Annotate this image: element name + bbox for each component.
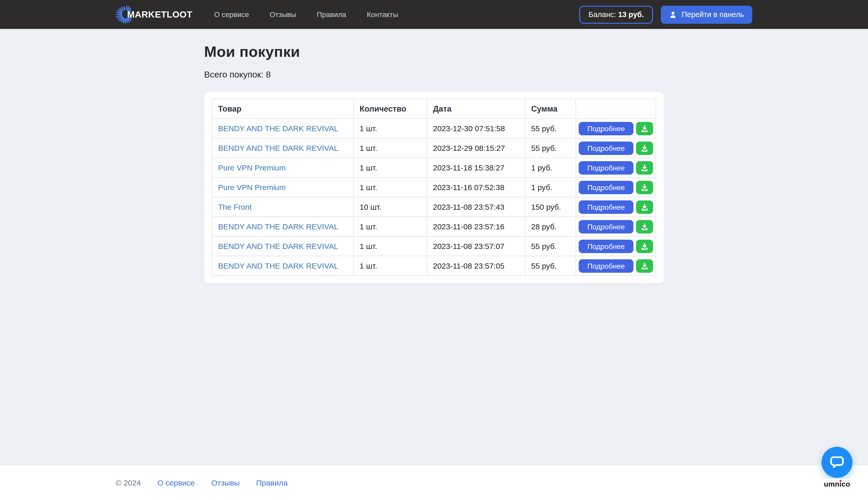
product-cell: Pure VPN Premium [212, 158, 354, 178]
umnico-brand-label: umnico [819, 479, 856, 489]
table-row: BENDY AND THE DARK REVIVAL 1 шт. 2023-11… [212, 217, 656, 236]
details-button[interactable]: Подробнее [579, 200, 633, 214]
sum-cell: 150 руб. [525, 197, 576, 217]
download-button[interactable] [636, 220, 653, 233]
product-cell: BENDY AND THE DARK REVIVAL [212, 256, 354, 275]
actions-cell: Подробнее [576, 158, 656, 178]
quantity-cell: 1 шт. [354, 138, 427, 158]
date-cell: 2023-11-08 23:57:07 [427, 236, 525, 256]
product-cell: BENDY AND THE DARK REVIVAL [212, 118, 354, 138]
download-icon [641, 223, 649, 230]
quantity-cell: 1 шт. [354, 158, 427, 178]
table-row: Pure VPN Premium 1 шт. 2023-11-16 07:52:… [212, 178, 656, 197]
main-nav: О сервисеОтзывыПравилаКонтакты [214, 10, 398, 19]
umnico-brand-text: umnico [824, 480, 850, 488]
copyright: © 2024 [116, 478, 141, 487]
product-link[interactable]: BENDY AND THE DARK REVIVAL [218, 144, 338, 152]
product-link[interactable]: BENDY AND THE DARK REVIVAL [218, 124, 338, 133]
product-cell: BENDY AND THE DARK REVIVAL [212, 138, 354, 158]
actions-cell: Подробнее [576, 178, 656, 197]
sum-cell: 55 руб. [525, 138, 576, 158]
purchases-card: Товар Количество Дата Сумма BENDY AND TH… [204, 92, 664, 284]
quantity-cell: 1 шт. [354, 236, 427, 256]
balance-chip[interactable]: Баланс: 13 руб. [579, 5, 653, 23]
nav-item[interactable]: Отзывы [270, 10, 296, 19]
nav-item[interactable]: Правила [317, 10, 346, 19]
footer-link[interactable]: Отзывы [211, 478, 240, 487]
download-button[interactable] [636, 141, 653, 155]
product-cell: The Front [212, 197, 354, 217]
product-link[interactable]: Pure VPN Premium [218, 183, 286, 192]
balance-value: 13 руб. [618, 10, 644, 19]
go-to-panel-label: Перейти в панель [682, 10, 744, 19]
nav-item[interactable]: О сервисе [214, 10, 249, 19]
details-button[interactable]: Подробнее [579, 220, 633, 233]
page-title: Мои покупки [204, 43, 664, 60]
date-cell: 2023-11-08 23:57:05 [427, 256, 525, 275]
date-cell: 2023-12-29 08:15:27 [427, 138, 525, 158]
download-button[interactable] [636, 259, 653, 272]
product-link[interactable]: BENDY AND THE DARK REVIVAL [218, 242, 338, 251]
date-cell: 2023-11-18 15:38:27 [427, 158, 525, 178]
product-link[interactable]: Pure VPN Premium [218, 163, 286, 172]
actions-cell: Подробнее [576, 217, 656, 236]
purchases-count: Всего покупок: 8 [204, 70, 664, 80]
sum-cell: 55 руб. [525, 256, 576, 275]
details-button[interactable]: Подробнее [579, 161, 633, 174]
quantity-cell: 1 шт. [354, 217, 427, 236]
umnico-brand-dot [839, 480, 842, 482]
download-button[interactable] [636, 122, 653, 135]
product-cell: BENDY AND THE DARK REVIVAL [212, 236, 354, 256]
footer: © 2024 О сервисеОтзывыПравила [0, 465, 868, 500]
date-cell: 2023-11-08 23:57:43 [427, 197, 525, 217]
date-cell: 2023-11-08 23:57:16 [427, 217, 525, 236]
footer-link[interactable]: О сервисе [157, 478, 194, 487]
column-header-product: Товар [212, 99, 354, 118]
nav-item[interactable]: Контакты [367, 10, 398, 19]
download-icon [641, 203, 649, 211]
table-row: BENDY AND THE DARK REVIVAL 1 шт. 2023-11… [212, 256, 656, 275]
download-icon [641, 144, 649, 152]
balance-label: Баланс: [588, 10, 616, 19]
details-button[interactable]: Подробнее [579, 122, 633, 135]
actions-cell: Подробнее [576, 197, 656, 217]
actions-cell: Подробнее [576, 256, 656, 275]
chat-widget-button[interactable] [822, 447, 853, 478]
download-button[interactable] [636, 200, 653, 214]
download-icon [641, 183, 649, 191]
user-icon [669, 11, 677, 18]
details-button[interactable]: Подробнее [579, 239, 633, 253]
column-header-quantity: Количество [354, 99, 427, 118]
quantity-cell: 1 шт. [354, 178, 427, 197]
go-to-panel-button[interactable]: Перейти в панель [661, 5, 753, 23]
download-icon [641, 124, 649, 132]
download-icon [641, 164, 649, 171]
product-link[interactable]: The Front [218, 203, 252, 211]
sum-cell: 28 руб. [525, 217, 576, 236]
sum-cell: 1 руб. [525, 158, 576, 178]
quantity-cell: 1 шт. [354, 256, 427, 275]
download-button[interactable] [636, 181, 653, 194]
footer-link[interactable]: Правила [256, 478, 288, 487]
download-button[interactable] [636, 161, 653, 174]
details-button[interactable]: Подробнее [579, 259, 633, 272]
logo[interactable]: MARKETLOOT [116, 5, 192, 24]
table-row: BENDY AND THE DARK REVIVAL 1 шт. 2023-12… [212, 118, 656, 138]
product-link[interactable]: BENDY AND THE DARK REVIVAL [218, 261, 338, 270]
download-icon [641, 262, 649, 270]
details-button[interactable]: Подробнее [579, 141, 633, 155]
quantity-cell: 10 шт. [354, 197, 427, 217]
actions-cell: Подробнее [576, 118, 656, 138]
product-link[interactable]: BENDY AND THE DARK REVIVAL [218, 222, 338, 231]
product-cell: Pure VPN Premium [212, 178, 354, 197]
download-icon [641, 242, 649, 250]
logo-text: MARKETLOOT [127, 9, 192, 20]
chat-bubble-icon [829, 454, 845, 470]
column-header-sum: Сумма [525, 99, 576, 118]
date-cell: 2023-12-30 07:51:58 [427, 118, 525, 138]
quantity-cell: 1 шт. [354, 118, 427, 138]
details-button[interactable]: Подробнее [579, 181, 633, 194]
sum-cell: 55 руб. [525, 118, 576, 138]
header: MARKETLOOT О сервисеОтзывыПравилаКонтакт… [0, 0, 868, 29]
download-button[interactable] [636, 239, 653, 253]
